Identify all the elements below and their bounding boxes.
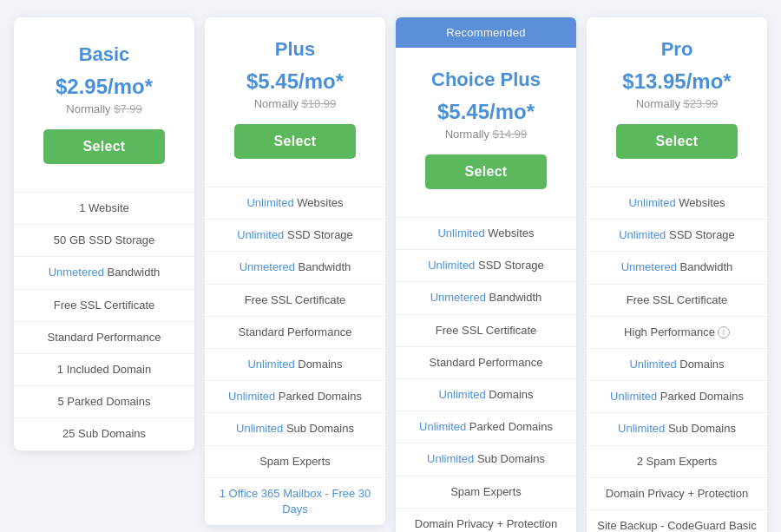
plan-header-pro: Pro $13.95/mo* Normally $23.99 Select bbox=[587, 17, 767, 173]
feature-item-plus-8: Spam Experts bbox=[205, 445, 385, 477]
feature-highlight: Unlimited bbox=[438, 388, 485, 401]
feature-highlight: Unmetered bbox=[49, 266, 104, 279]
info-icon[interactable]: i bbox=[718, 326, 730, 338]
feature-item-pro-10: Site Backup - CodeGuard Basic bbox=[587, 509, 767, 532]
feature-item-plus-9: 1 Office 365 Mailbox - Free 30 Days bbox=[205, 477, 385, 525]
select-button-basic[interactable]: Select bbox=[43, 129, 166, 164]
feature-item-plus-7: Unlimited Sub Domains bbox=[205, 412, 385, 444]
plan-card-basic: Basic $2.95/mo* Normally $7.99 Select 1 … bbox=[14, 17, 194, 450]
feature-item-basic-6: 5 Parked Domains bbox=[14, 385, 194, 417]
plan-price-pro: $13.95/mo* bbox=[601, 69, 753, 94]
feature-item-plus-4: Standard Performance bbox=[205, 316, 385, 348]
feature-item-plus-6: Unlimited Parked Domains bbox=[205, 380, 385, 412]
feature-item-choice-plus-9: Domain Privacy + Protection bbox=[396, 508, 576, 532]
feature-item-choice-plus-6: Unlimited Parked Domains bbox=[396, 410, 576, 443]
plan-name-pro: Pro bbox=[601, 38, 753, 61]
feature-item-choice-plus-1: Unlimited SSD Storage bbox=[396, 249, 576, 281]
feature-item-basic-5: 1 Included Domain bbox=[14, 353, 194, 385]
plan-header-plus: Plus $5.45/mo* Normally $10.99 Select bbox=[205, 17, 385, 173]
feature-highlight: Unlimited bbox=[618, 422, 665, 435]
feature-item-plus-1: Unlimited SSD Storage bbox=[205, 219, 385, 251]
plan-price-basic: $2.95/mo* bbox=[28, 75, 180, 99]
features-list-basic: 1 Website50 GB SSD StorageUnmetered Band… bbox=[14, 192, 194, 450]
feature-item-pro-7: Unlimited Sub Domains bbox=[587, 412, 767, 444]
feature-item-pro-9: Domain Privacy + Protection bbox=[587, 477, 767, 509]
feature-highlight: Unlimited bbox=[246, 196, 293, 209]
feature-item-choice-plus-0: Unlimited Websites bbox=[396, 217, 576, 249]
feature-highlight: Unlimited bbox=[228, 390, 275, 403]
select-button-choice-plus[interactable]: Select bbox=[425, 154, 548, 189]
plan-normal-price-choice-plus: Normally $14.99 bbox=[410, 128, 562, 141]
feature-item-pro-3: Free SSL Certificate bbox=[587, 284, 767, 316]
plan-price-plus: $5.45/mo* bbox=[219, 69, 371, 94]
feature-item-basic-3: Free SSL Certificate bbox=[14, 289, 194, 321]
feature-item-pro-6: Unlimited Parked Domains bbox=[587, 380, 767, 412]
feature-highlight: Unlimited bbox=[437, 227, 484, 240]
plan-normal-price-basic: Normally $7.99 bbox=[28, 102, 180, 115]
feature-highlight: Unlimited bbox=[610, 390, 657, 403]
feature-item-basic-4: Standard Performance bbox=[14, 321, 194, 353]
feature-item-pro-8: 2 Spam Experts bbox=[587, 445, 767, 477]
feature-highlight: Unlimited bbox=[619, 228, 666, 241]
plan-normal-price-plus: Normally $10.99 bbox=[219, 97, 371, 110]
select-button-pro[interactable]: Select bbox=[616, 124, 738, 159]
plan-card-pro: Pro $13.95/mo* Normally $23.99 Select Un… bbox=[587, 17, 767, 532]
feature-highlight: Unlimited bbox=[236, 422, 283, 435]
feature-item-choice-plus-4: Standard Performance bbox=[396, 346, 576, 378]
plan-name-basic: Basic bbox=[28, 43, 180, 66]
feature-item-pro-1: Unlimited SSD Storage bbox=[587, 219, 767, 251]
features-list-choice-plus: Unlimited WebsitesUnlimited SSD StorageU… bbox=[396, 217, 576, 532]
plan-card-choice-plus: Recommended Choice Plus $5.45/mo* Normal… bbox=[396, 17, 576, 532]
plan-name-plus: Plus bbox=[219, 38, 371, 61]
feature-highlight: Unmetered bbox=[621, 260, 677, 273]
plan-normal-price-pro: Normally $23.99 bbox=[601, 97, 753, 110]
feature-item-pro-0: Unlimited Websites bbox=[587, 187, 767, 219]
feature-item-basic-0: 1 Website bbox=[14, 192, 194, 224]
feature-item-plus-5: Unlimited Domains bbox=[205, 348, 385, 380]
feature-item-pro-2: Unmetered Bandwidth bbox=[587, 251, 767, 283]
features-list-pro: Unlimited WebsitesUnlimited SSD StorageU… bbox=[587, 187, 767, 532]
feature-item-basic-2: Unmetered Bandwidth bbox=[14, 256, 194, 288]
select-button-plus[interactable]: Select bbox=[234, 124, 357, 159]
feature-item-pro-4: High Performancei bbox=[587, 316, 767, 348]
feature-item-basic-1: 50 GB SSD Storage bbox=[14, 224, 194, 256]
feature-item-pro-5: Unlimited Domains bbox=[587, 348, 767, 380]
features-list-plus: Unlimited WebsitesUnlimited SSD StorageU… bbox=[205, 187, 385, 525]
feature-highlight: Unlimited bbox=[628, 196, 675, 209]
feature-item-choice-plus-2: Unmetered Bandwidth bbox=[396, 281, 576, 313]
feature-item-plus-0: Unlimited Websites bbox=[205, 187, 385, 219]
feature-highlight: Unlimited bbox=[237, 228, 284, 241]
pricing-container: Basic $2.95/mo* Normally $7.99 Select 1 … bbox=[9, 17, 772, 532]
feature-highlight: Unlimited bbox=[419, 420, 466, 433]
feature-item-choice-plus-5: Unlimited Domains bbox=[396, 378, 576, 410]
feature-highlight: Unlimited bbox=[427, 452, 474, 465]
feature-item-choice-plus-3: Free SSL Certificate bbox=[396, 314, 576, 346]
feature-item-plus-3: Free SSL Certificate bbox=[205, 284, 385, 316]
plan-price-choice-plus: $5.45/mo* bbox=[410, 100, 562, 124]
plan-name-choice-plus: Choice Plus bbox=[410, 69, 562, 91]
feature-highlight: Unmetered bbox=[240, 260, 295, 273]
feature-highlight: Unlimited bbox=[247, 358, 294, 371]
feature-item-basic-7: 25 Sub Domains bbox=[14, 417, 194, 450]
feature-item-choice-plus-7: Unlimited Sub Domains bbox=[396, 443, 576, 475]
feature-highlight: Unlimited bbox=[629, 358, 676, 371]
plan-header-choice-plus: Choice Plus $5.45/mo* Normally $14.99 Se… bbox=[396, 48, 576, 203]
feature-item-plus-2: Unmetered Bandwidth bbox=[205, 251, 385, 283]
feature-item-choice-plus-8: Spam Experts bbox=[396, 476, 576, 508]
feature-highlight: Unlimited bbox=[428, 259, 475, 272]
recommended-badge: Recommended bbox=[396, 17, 576, 48]
plan-header-basic: Basic $2.95/mo* Normally $7.99 Select bbox=[14, 17, 194, 178]
plan-card-plus: Plus $5.45/mo* Normally $10.99 Select Un… bbox=[205, 17, 385, 525]
feature-highlight: Unmetered bbox=[430, 291, 486, 304]
